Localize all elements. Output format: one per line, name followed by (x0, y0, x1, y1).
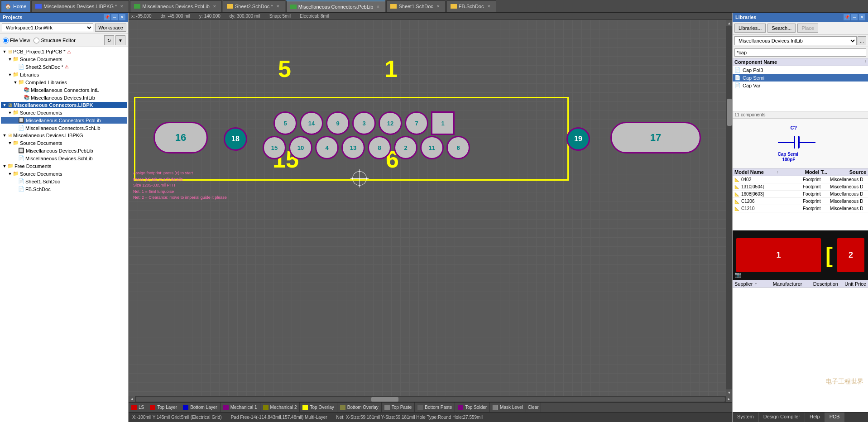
scroll-thumb[interactable] (727, 99, 732, 126)
tab-fb-sch[interactable]: FB.SchDoc ✕ (446, 0, 496, 12)
lib-minimize-btn[interactable]: ─ (851, 14, 858, 20)
tree-item-misc-conn-schlib[interactable]: 📄 Miscellaneous Connectors.SchLib (1, 124, 127, 132)
pad-13[interactable]: 13 (341, 136, 365, 159)
tree-item-source-docs-1[interactable]: ▼ 📁 Source Documents (1, 55, 127, 63)
workspace-button[interactable]: Workspace (95, 24, 126, 32)
expand-source-1[interactable]: ▼ (7, 57, 13, 62)
scroll-down-btn[interactable]: ▼ (726, 389, 732, 396)
layer-tab-top[interactable]: Top Layer (147, 403, 180, 412)
tab-sheet1-sch[interactable]: Sheet1.SchDoc ✕ (386, 0, 445, 12)
layer-tab-ls[interactable]: LS (129, 403, 147, 412)
pad-circle-18[interactable]: 18 (224, 127, 247, 151)
expand-libs-1[interactable]: ▼ (7, 72, 13, 77)
file-view-radio-input[interactable] (3, 38, 9, 43)
pad-15[interactable]: 15 (263, 136, 286, 159)
bottom-tab-pcb[interactable]: PCB (825, 412, 845, 422)
pcb-canvas-container[interactable]: 5 1 15 6 16 18 5 (129, 20, 726, 396)
tree-row-source-2[interactable]: ▼ 📁 Source Documents (1, 109, 127, 116)
tree-row-misc-dev-libpkg[interactable]: ▼ 🖥 Miscellaneous Devices.LIBPKG (1, 132, 127, 139)
workspace-dropdown[interactable]: Workspace1.DsnWrk (2, 23, 93, 32)
layer-tab-bottom[interactable]: Bottom Layer (180, 403, 220, 412)
tree-row-compiled[interactable]: ▼ 📁 Compiled Libraries (1, 79, 127, 86)
vertical-scrollbar[interactable]: ▲ ▼ (726, 20, 732, 396)
model-row-0402[interactable]: 📐 0402 Footprint Miscellaneous D (733, 176, 868, 183)
tab-close-btn-5[interactable]: ✕ (486, 3, 492, 10)
tree-row-misc-dev-pcblib[interactable]: 🔲 Miscellaneous Devices.PcbLib (1, 147, 127, 154)
tree-row-misc-conn-schlib[interactable]: 📄 Miscellaneous Connectors.SchLib (1, 125, 127, 131)
pin-btn[interactable]: 📌 (104, 14, 110, 20)
pad-3[interactable]: 3 (352, 111, 376, 135)
tree-row-misc-conn-libpkg[interactable]: ▼ 🖥 Miscellaneous Connectors.LIBPK (1, 102, 127, 108)
tree-item-misc-devices-intl[interactable]: 📚 Miscellaneous Devices.IntLib (1, 94, 127, 101)
structure-radio-input[interactable] (34, 38, 39, 43)
camera-icon[interactable]: 📷 (734, 272, 741, 278)
expand-compiled[interactable]: ▼ (13, 80, 18, 85)
minimize-btn[interactable]: ─ (111, 14, 118, 20)
expand-pcb-project[interactable]: ▼ (2, 49, 7, 54)
tree-item-misc-dev-schlib[interactable]: 📄 Miscellaneous Devices.SchLib (1, 154, 127, 162)
tree-item-misc-conn-libpkg[interactable]: ▼ 🖥 Miscellaneous Connectors.LIBPK (1, 101, 127, 109)
layer-tab-top-overlay[interactable]: Top Overlay (300, 403, 337, 412)
tree-item-libraries-1[interactable]: ▼ 📁 Libraries (1, 71, 127, 78)
tree-row-source-1[interactable]: ▼ 📁 Source Documents (1, 56, 127, 62)
tree-item-misc-conn-intl[interactable]: 📚 Miscellaneous Connectors.IntL (1, 86, 127, 94)
expand-misc-conn-libpkg[interactable]: ▼ (2, 103, 7, 107)
pad-10[interactable]: 10 (289, 136, 312, 159)
tree-item-source-docs-2[interactable]: ▼ 📁 Source Documents (1, 109, 127, 116)
layer-tab-mech2[interactable]: Mechanical 2 (260, 403, 300, 412)
tab-close-btn-2[interactable]: ✕ (211, 3, 218, 10)
tab-misc-conn-libpkg[interactable]: Miscellaneous Devices.LIBPKG * ✕ (31, 0, 129, 12)
tree-row-source-free[interactable]: ▼ 📁 Source Documents (1, 170, 127, 177)
list-item-cap-var[interactable]: 📄 Cap Var (733, 82, 868, 89)
tab-home[interactable]: 🏠 Home (1, 0, 30, 12)
layer-tab-clear[interactable]: Clear (526, 403, 541, 412)
tree-row-source-3[interactable]: ▼ 📁 Source Documents (1, 139, 127, 146)
scroll-left-btn[interactable]: ◄ (129, 396, 135, 403)
pad-1[interactable]: 1 (431, 111, 455, 135)
layer-tab-bottom-overlay[interactable]: Bottom Overlay (337, 403, 382, 412)
tree-row-sheet1[interactable]: 📄 Sheet1.SchDoc (1, 178, 127, 185)
pad-14[interactable]: 14 (300, 111, 323, 135)
pad-7[interactable]: 7 (405, 111, 428, 135)
pad-8[interactable]: 8 (368, 136, 391, 159)
tree-row-libraries-1[interactable]: ▼ 📁 Libraries (1, 71, 127, 78)
layer-tab-top-paste[interactable]: Top Paste (382, 403, 415, 412)
pad-6[interactable]: 6 (446, 136, 470, 159)
tree-row-misc-devices-intl[interactable]: 📚 Miscellaneous Devices.IntLib (1, 94, 127, 101)
tree-row-pcb-project[interactable]: ▼ 🖥 PCB_Project1.PrjPCB * ⚠ (1, 48, 127, 55)
tree-row-free-docs[interactable]: ▼ 📁 Free Documents (1, 163, 127, 169)
tree-item-free-docs[interactable]: ▼ 📁 Free Documents (1, 162, 127, 170)
place-button[interactable]: Place (797, 24, 818, 33)
bottom-tab-design-compiler[interactable]: Design Compiler (759, 412, 805, 422)
tree-row-sheet2[interactable]: 📄 Sheet2.SchDoc * ⚠ (1, 63, 127, 70)
tree-item-misc-conn-pcblib[interactable]: 🔲 Miscellaneous Connectors.PcbLib (1, 116, 127, 124)
h-scroll-thumb[interactable] (371, 397, 398, 402)
expand-source-free[interactable]: ▼ (7, 172, 13, 176)
tree-item-misc-dev-libpkg[interactable]: ▼ 🖥 Miscellaneous Devices.LIBPKG (1, 132, 127, 139)
model-row-1608[interactable]: 📐 1608[0603] Footprint Miscellaneous D (733, 191, 868, 198)
lib-close-btn[interactable]: ✕ (859, 14, 865, 20)
tree-item-misc-dev-pcblib[interactable]: 🔲 Miscellaneous Devices.PcbLib (1, 147, 127, 154)
tree-item-sheet2[interactable]: 📄 Sheet2.SchDoc * ⚠ (1, 63, 127, 71)
tree-item-sheet1[interactable]: 📄 Sheet1.SchDoc (1, 177, 127, 185)
model-row-c1210[interactable]: 📐 C1210 Footprint Miscellaneous D (733, 205, 868, 212)
tree-item-source-docs-3[interactable]: ▼ 📁 Source Documents (1, 139, 127, 147)
expand-misc-dev-libpkg[interactable]: ▼ (2, 133, 7, 138)
h-scroll-track[interactable] (136, 397, 725, 402)
model-sort-arrow[interactable]: ↑ (777, 170, 778, 174)
pad-oval-16[interactable]: 16 (153, 122, 208, 153)
close-left-btn[interactable]: ✕ (119, 14, 125, 20)
tab-close-btn[interactable]: ✕ (119, 3, 125, 10)
tree-row-misc-conn-intl[interactable]: 📚 Miscellaneous Connectors.IntL (1, 86, 127, 93)
scroll-track[interactable] (726, 26, 732, 389)
tab-misc-pcblib[interactable]: Miscellaneous Devices.PcbLib ✕ (130, 0, 222, 12)
horizontal-scrollbar[interactable]: ◄ ► (129, 396, 732, 402)
bottom-tab-system[interactable]: System (733, 412, 759, 422)
scroll-right-btn[interactable]: ► (726, 396, 732, 403)
tab-close-btn-active[interactable]: ✕ (375, 4, 381, 10)
pad-12[interactable]: 12 (379, 111, 402, 135)
expand-source-2[interactable]: ▼ (7, 110, 13, 115)
pad-circle-19[interactable]: 19 (566, 127, 590, 151)
model-row-c1206[interactable]: 📐 C1206 Footprint Miscellaneous D (733, 198, 868, 205)
pad-5[interactable]: 5 (273, 111, 297, 135)
